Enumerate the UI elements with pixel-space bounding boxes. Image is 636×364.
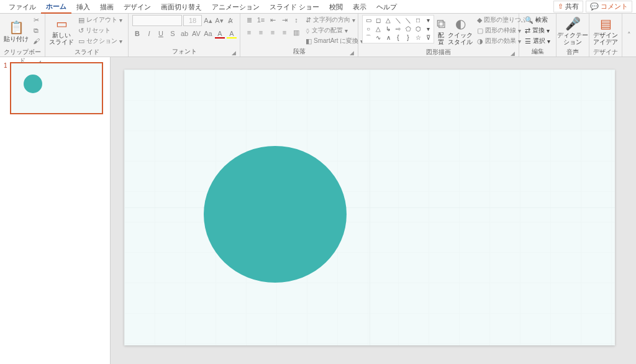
reset-icon: ↺	[78, 27, 84, 35]
format-painter-icon[interactable]: 🖌	[31, 36, 41, 46]
shadow-button[interactable]: ab	[179, 29, 189, 39]
shape-icon[interactable]: ⬡	[414, 25, 422, 33]
new-slide-button[interactable]: ▭ 新しい スライド	[49, 15, 74, 47]
shapes-gallery[interactable]: ▭◻△＼＼□▾ ○△↳⇨⬠⬡▾ ⌒∿∧{}☆⊽	[362, 15, 434, 43]
shape-icon[interactable]: ↳	[384, 25, 393, 33]
tab-slideshow[interactable]: スライド ショー	[265, 1, 324, 13]
clear-format-icon[interactable]: A̷	[225, 16, 235, 25]
slide-thumb-1[interactable]	[10, 62, 103, 114]
arrange-button[interactable]: ⧉配置	[437, 15, 445, 47]
increase-font-icon[interactable]: A▴	[203, 16, 213, 25]
change-case-icon[interactable]: Aa	[203, 29, 213, 39]
share-label: 共有	[565, 2, 579, 11]
columns-icon[interactable]: ▥	[291, 27, 301, 37]
cut-icon[interactable]: ✂	[31, 15, 41, 25]
shape-icon[interactable]: ＼	[404, 17, 412, 24]
section-button[interactable]: ▭セクション ▾	[76, 36, 124, 46]
drawing-launcher[interactable]: ◢	[511, 50, 515, 57]
justify-icon[interactable]: ≡	[279, 27, 289, 37]
italic-button[interactable]: I	[144, 29, 154, 39]
tab-insert[interactable]: 挿入	[71, 1, 95, 13]
numbering-icon[interactable]: 1≡	[256, 15, 266, 25]
indent-inc-icon[interactable]: ⇥	[279, 15, 289, 25]
align-center-icon[interactable]: ≡	[256, 27, 266, 37]
shape-icon[interactable]: }	[404, 34, 412, 42]
highlight-icon[interactable]: A	[227, 29, 237, 39]
shape-icon[interactable]: ⌒	[364, 34, 373, 42]
shape-icon[interactable]: △	[384, 17, 393, 24]
slide-canvas-area[interactable]	[111, 57, 636, 364]
paragraph-launcher[interactable]: ◢	[350, 50, 354, 56]
share-button[interactable]: ⇧共有	[553, 1, 583, 12]
align-left-icon[interactable]: ≡	[244, 27, 254, 37]
bullets-icon[interactable]: ≣	[244, 15, 254, 25]
char-spacing-icon[interactable]: AV	[191, 29, 201, 39]
line-spacing-icon[interactable]: ↕	[291, 15, 301, 25]
shape-icon[interactable]: ▾	[424, 17, 432, 24]
underline-button[interactable]: U	[156, 29, 166, 39]
layout-button[interactable]: ▤レイアウト ▾	[76, 15, 124, 25]
shape-icon[interactable]: ⊽	[424, 34, 432, 42]
slide-surface[interactable]	[124, 70, 615, 345]
shape-icon[interactable]: ○	[364, 25, 373, 33]
font-launcher[interactable]: ◢	[232, 50, 236, 56]
slides-group-label: スライド	[75, 48, 99, 55]
shape-icon[interactable]: △	[374, 25, 383, 33]
tab-transitions[interactable]: 画面切り替え	[156, 1, 207, 13]
fill-icon: ◆	[477, 16, 482, 24]
shape-icon[interactable]: ◻	[374, 17, 383, 24]
tab-home[interactable]: ホーム	[41, 0, 71, 14]
group-font: A▴ A▾ A̷ B I U S ab AV Aa A A フォント◢	[129, 14, 240, 57]
ribbon-collapse-button[interactable]: ˄	[622, 31, 636, 39]
paste-label: 貼り付け	[4, 35, 29, 42]
paste-button[interactable]: 📋 貼り付け	[4, 15, 29, 47]
shape-icon[interactable]: ∿	[374, 34, 383, 42]
tab-animations[interactable]: アニメーション	[207, 1, 265, 13]
smartart-icon: ◧	[306, 37, 312, 45]
smartart-button[interactable]: ◧SmartArt に変換 ▾	[304, 36, 365, 46]
tab-view[interactable]: 表示	[348, 1, 371, 13]
find-button[interactable]: 🔍検索	[523, 15, 552, 25]
shape-icon[interactable]: ＼	[394, 17, 402, 24]
tab-review[interactable]: 校閲	[324, 1, 348, 13]
thumb-circle-shape	[24, 75, 42, 93]
shape-icon[interactable]: ▾	[424, 25, 432, 33]
tab-draw[interactable]: 描画	[95, 1, 119, 13]
tab-help[interactable]: ヘルプ	[371, 1, 402, 13]
select-icon: ☰	[525, 37, 531, 45]
strike-button[interactable]: S	[168, 29, 178, 39]
reset-button[interactable]: ↺リセット	[76, 25, 124, 35]
design-ideas-button[interactable]: ▤デザイン アイデア	[593, 15, 618, 47]
align-right-icon[interactable]: ≡	[268, 27, 278, 37]
copy-icon[interactable]: ⧉	[31, 25, 41, 35]
decrease-font-icon[interactable]: A▾	[214, 16, 224, 25]
font-size-input[interactable]	[183, 15, 202, 26]
align-text-button[interactable]: ⎀文字の配置 ▾	[304, 25, 365, 35]
shape-icon[interactable]: ∧	[384, 34, 393, 42]
group-drawing: ▭◻△＼＼□▾ ○△↳⇨⬠⬡▾ ⌒∿∧{}☆⊽ ⧉配置 ◐クイック スタイル ◆…	[358, 14, 519, 57]
section-icon: ▭	[78, 37, 84, 45]
shape-icon[interactable]: ☆	[414, 34, 422, 42]
bold-button[interactable]: B	[132, 29, 142, 39]
shape-icon[interactable]: ⇨	[394, 25, 402, 33]
quick-styles-button[interactable]: ◐クイック スタイル	[448, 15, 473, 47]
shape-icon[interactable]: ▭	[364, 17, 373, 24]
text-direction-button[interactable]: ⇵文字列の方向 ▾	[304, 15, 365, 25]
font-color-icon[interactable]: A	[215, 29, 225, 39]
dictate-button[interactable]: 🎤ディクテー ション	[560, 15, 585, 47]
circle-shape[interactable]	[204, 146, 347, 283]
tab-file[interactable]: ファイル	[4, 1, 41, 13]
shape-icon[interactable]: {	[394, 34, 402, 42]
textdir-icon: ⇵	[306, 16, 311, 24]
shape-icon[interactable]: □	[414, 17, 422, 24]
indent-dec-icon[interactable]: ⇤	[268, 15, 278, 25]
comment-button[interactable]: 💬コメント	[586, 1, 632, 12]
share-icon: ⇧	[558, 2, 563, 11]
select-button[interactable]: ☰選択 ▾	[523, 36, 552, 46]
shape-icon[interactable]: ⬠	[404, 25, 412, 33]
replace-button[interactable]: ⇄置換 ▾	[523, 25, 552, 35]
group-slides: ▭ 新しい スライド ▤レイアウト ▾ ↺リセット ▭セクション ▾ スライド	[45, 14, 129, 57]
font-name-input[interactable]	[132, 15, 182, 26]
tab-design[interactable]: デザイン	[119, 1, 156, 13]
new-slide-label: 新しい スライド	[49, 32, 74, 45]
